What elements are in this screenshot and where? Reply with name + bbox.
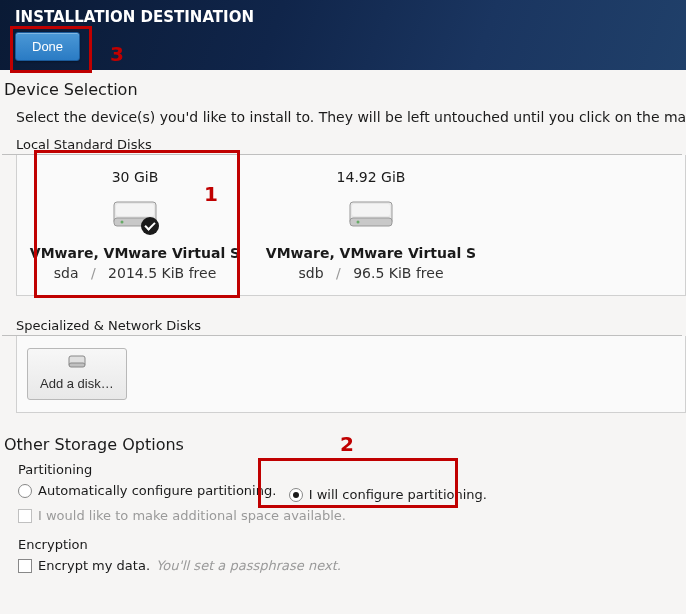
radio-manual-partitioning[interactable]: I will configure partitioning. bbox=[289, 487, 487, 502]
svg-rect-3 bbox=[116, 204, 154, 216]
checkbox-label: I would like to make additional space av… bbox=[38, 508, 346, 523]
radio-label: I will configure partitioning. bbox=[309, 487, 487, 502]
radio-auto-partitioning[interactable]: Automatically configure partitioning. bbox=[18, 483, 276, 498]
encryption-subtitle: Encryption bbox=[4, 537, 672, 552]
partitioning-radio-group: Automatically configure partitioning. I … bbox=[4, 483, 672, 502]
local-disks-label: Local Standard Disks bbox=[2, 137, 682, 155]
installer-header: INSTALLATION DESTINATION Done bbox=[0, 0, 686, 70]
done-button[interactable]: Done bbox=[15, 32, 80, 61]
add-disk-button[interactable]: Add a disk… bbox=[27, 348, 127, 400]
reclaim-space-checkbox: I would like to make additional space av… bbox=[18, 508, 672, 523]
storage-options: Other Storage Options Partitioning Autom… bbox=[2, 413, 686, 573]
local-disks-row: 30 GiB VMware, VMware Virtual S sda / 20… bbox=[16, 155, 686, 296]
disk-add-icon bbox=[68, 355, 86, 372]
radio-icon bbox=[18, 484, 32, 498]
encrypt-hint: You'll set a passphrase next. bbox=[156, 558, 341, 573]
disk-name: VMware, VMware Virtual S bbox=[23, 245, 247, 261]
encrypt-data-checkbox[interactable]: Encrypt my data. You'll set a passphrase… bbox=[18, 558, 672, 573]
disk-name: VMware, VMware Virtual S bbox=[259, 245, 483, 261]
specialized-disks-row: Add a disk… bbox=[16, 336, 686, 413]
disk-subinfo: sdb / 96.5 KiB free bbox=[259, 265, 483, 281]
page-title: INSTALLATION DESTINATION bbox=[15, 8, 671, 26]
specialized-disks-label: Specialized & Network Disks bbox=[2, 318, 682, 336]
device-selection-title: Device Selection bbox=[2, 80, 686, 99]
svg-rect-7 bbox=[352, 204, 390, 216]
disk-subinfo: sda / 2014.5 KiB free bbox=[23, 265, 247, 281]
svg-point-2 bbox=[121, 221, 124, 224]
partitioning-subtitle: Partitioning bbox=[4, 462, 672, 477]
disk-free: 96.5 KiB free bbox=[353, 265, 443, 281]
disk-icon-wrap bbox=[259, 195, 483, 235]
disk-card-sda[interactable]: 30 GiB VMware, VMware Virtual S sda / 20… bbox=[17, 155, 253, 295]
disk-dev: sda bbox=[54, 265, 79, 281]
disk-size: 30 GiB bbox=[23, 169, 247, 185]
radio-icon-selected bbox=[289, 488, 303, 502]
svg-rect-9 bbox=[69, 363, 85, 367]
harddisk-icon bbox=[348, 200, 394, 230]
disk-size: 14.92 GiB bbox=[259, 169, 483, 185]
disk-free: 2014.5 KiB free bbox=[108, 265, 216, 281]
disk-card-sdb[interactable]: 14.92 GiB VMware, VMware Virtual S sdb /… bbox=[253, 155, 489, 295]
storage-options-title: Other Storage Options bbox=[4, 435, 672, 454]
disk-icon-wrap bbox=[23, 195, 247, 235]
disk-selected-check-icon bbox=[141, 217, 159, 235]
add-disk-label: Add a disk… bbox=[40, 376, 114, 391]
separator: / bbox=[91, 265, 96, 281]
checkbox-label: Encrypt my data. bbox=[38, 558, 150, 573]
checkbox-icon bbox=[18, 509, 32, 523]
disk-dev: sdb bbox=[298, 265, 323, 281]
svg-point-6 bbox=[357, 221, 360, 224]
radio-label: Automatically configure partitioning. bbox=[38, 483, 276, 498]
content-area: Device Selection Select the device(s) yo… bbox=[0, 70, 686, 573]
svg-rect-5 bbox=[350, 218, 392, 226]
device-selection-instruction: Select the device(s) you'd like to insta… bbox=[2, 109, 686, 125]
encryption-section: Encryption Encrypt my data. You'll set a… bbox=[4, 537, 672, 573]
checkbox-icon bbox=[18, 559, 32, 573]
separator: / bbox=[336, 265, 341, 281]
